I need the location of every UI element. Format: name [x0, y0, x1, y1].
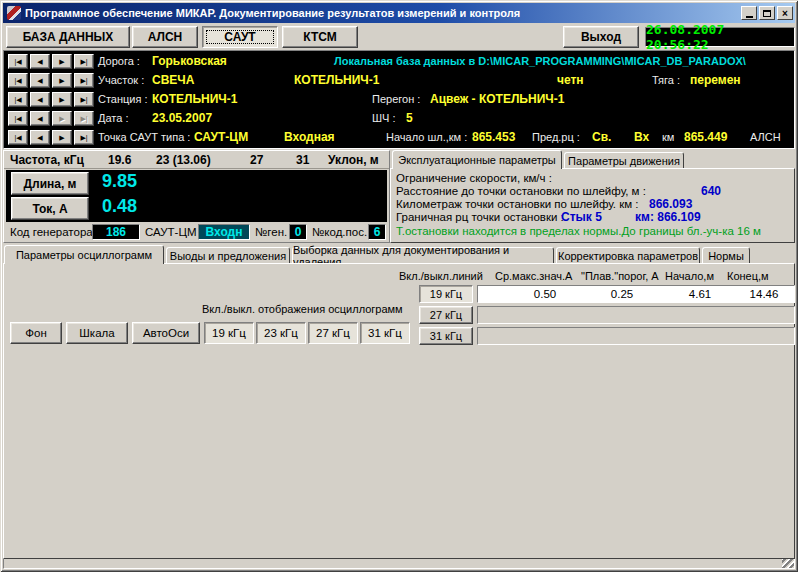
- main-window: Программное обеспечение МИКАР. Документи…: [0, 0, 798, 572]
- entry-value: Вх: [634, 130, 649, 144]
- length-button[interactable]: Длина, м: [11, 172, 89, 195]
- nav-last-button[interactable]: ▶|: [74, 130, 94, 145]
- saut-point-type-value: САУТ-ЦМ: [194, 130, 248, 144]
- db-row-saut-point: |◀◀▶▶| Точка САУТ типа : САУТ-ЦМ Входная…: [4, 129, 794, 147]
- nav-prev-button[interactable]: ◀: [30, 54, 50, 69]
- station-value: КОТЕЛЬНИЧ-1: [152, 92, 237, 106]
- date-label: Дата :: [98, 112, 128, 124]
- db-row-station: |◀◀▶▶| Станция : КОТЕЛЬНИЧ-1 Перегон : А…: [4, 91, 794, 109]
- autoaxes-button[interactable]: АвтоОси: [132, 322, 200, 344]
- boundary-rc-km: км: 866.109: [635, 210, 701, 224]
- frequency-header: Частота, кГц 19.6 23 (13.06) 27 31 Уклон…: [4, 151, 389, 169]
- nav-last-button[interactable]: ▶|: [74, 73, 94, 88]
- exit-button[interactable]: Выход: [563, 26, 639, 48]
- line-params-field: 0.500.254.6114.46: [477, 285, 795, 303]
- slope-title: Уклон, м: [328, 153, 379, 167]
- record-nav-section: |◀◀▶▶|: [8, 73, 94, 88]
- measurement-display: Длина, м 9.85 Ток, А 0.48: [6, 170, 387, 222]
- record-nav-station: |◀◀▶▶|: [8, 92, 94, 107]
- scale-button[interactable]: Шкала: [66, 322, 128, 344]
- frequency-panel: Частота, кГц 19.6 23 (13.06) 27 31 Уклон…: [3, 150, 390, 243]
- col-end-m: Конец,м: [727, 270, 769, 282]
- line-params-field: [477, 327, 795, 345]
- nav-next-button[interactable]: ▶: [52, 92, 72, 107]
- boundary-rc-label: Граничная рц точки остановки :: [396, 211, 564, 223]
- date-value: 23.05.2007: [152, 111, 212, 125]
- tab-alsn-button[interactable]: АЛСН: [132, 26, 198, 48]
- col-start-m: Начало,м: [665, 270, 714, 282]
- nav-first-button[interactable]: |◀: [8, 111, 28, 126]
- road-label: Дорога :: [98, 55, 140, 67]
- minimize-button[interactable]: [741, 6, 757, 20]
- nav-next-button: ▶: [52, 111, 72, 126]
- freq-19: 19.6: [108, 153, 131, 167]
- nav-first-button[interactable]: |◀: [8, 73, 28, 88]
- maximize-button[interactable]: [759, 6, 775, 20]
- shch-label: ШЧ :: [372, 112, 396, 124]
- toggle-23khz-button[interactable]: 23 кГц: [256, 322, 306, 344]
- close-button[interactable]: ×: [777, 6, 793, 20]
- tab-ktsm-button[interactable]: КТСМ: [282, 26, 358, 48]
- datetime-clock: 26.08.2007 20:56:22: [645, 27, 795, 47]
- nav-prev-button[interactable]: ◀: [30, 111, 50, 126]
- db-row-road: |◀◀▶▶| Дорога : Горьковская Локальная ба…: [4, 53, 794, 71]
- tab-oscillogram-params[interactable]: Параметры осциллограмм: [4, 245, 164, 264]
- stage-label: Перегон :: [372, 93, 420, 105]
- km-value: 865.449: [684, 130, 727, 144]
- nav-prev-button[interactable]: ◀: [30, 130, 50, 145]
- freq-title: Частота, кГц: [10, 153, 84, 167]
- stop-distance-label: Расстояние до точки остановки по шлейфу,…: [396, 185, 646, 197]
- toggle-19khz-button[interactable]: 19 кГц: [204, 322, 254, 344]
- nav-first-button[interactable]: |◀: [8, 130, 28, 145]
- oscillogram-page: Вкл./выкл.линий Ср.макс.знач.А "Плав."по…: [3, 263, 795, 559]
- freq-31: 31: [296, 153, 309, 167]
- tab-movement-params[interactable]: Параметры движения: [564, 152, 684, 169]
- toggle-27khz-button[interactable]: 27 кГц: [308, 322, 358, 344]
- tab-database-button[interactable]: БАЗА ДАННЫХ: [6, 26, 130, 48]
- nav-prev-button[interactable]: ◀: [30, 73, 50, 88]
- line-onoff-19кГц-button[interactable]: 19 кГц: [419, 285, 473, 303]
- line-param-value: 0.50: [510, 288, 580, 300]
- line-params-field: [477, 306, 795, 324]
- nav-last-button[interactable]: ▶|: [74, 92, 94, 107]
- stop-km-value: 866.093: [649, 197, 692, 211]
- tab-param-correction[interactable]: Корректировка параметров: [556, 247, 700, 264]
- tab-norms[interactable]: Нормы: [702, 247, 750, 264]
- tab-conclusions[interactable]: Выоды и предложения: [166, 247, 290, 264]
- loop-start-km: 865.453: [472, 130, 515, 144]
- freq-27: 27: [250, 153, 263, 167]
- tab-saut-button[interactable]: САУТ: [202, 26, 278, 48]
- nav-first-button[interactable]: |◀: [8, 54, 28, 69]
- current-button[interactable]: Ток, А: [11, 197, 89, 220]
- local-db-path: Локальная база данных в D:\MICAR_PROGRAM…: [334, 55, 746, 67]
- record-navigation-panel: |◀◀▶▶| Дорога : Горьковская Локальная ба…: [3, 50, 795, 149]
- nav-prev-button[interactable]: ◀: [30, 92, 50, 107]
- code-seq-value: 6: [368, 224, 386, 240]
- saut-type-text: САУТ-ЦМ: [145, 226, 196, 238]
- focus-rect: [203, 27, 277, 47]
- tab-data-selection[interactable]: Выборка данных для документирования и уд…: [292, 247, 554, 264]
- speed-limit-label: Ограничение скорости, км/ч :: [396, 172, 552, 184]
- current-value: 0.48: [102, 196, 137, 217]
- line-onoff-27кГц-button[interactable]: 27 кГц: [419, 306, 473, 324]
- section-station: КОТЕЛЬНИЧ-1: [294, 73, 379, 87]
- app-icon: [7, 6, 21, 20]
- nav-next-button[interactable]: ▶: [52, 54, 72, 69]
- traction-value: перемен: [690, 73, 741, 87]
- section-value: СВЕЧА: [152, 73, 194, 87]
- tab-operational-params[interactable]: Эксплуатационные параметры: [392, 150, 562, 169]
- window-title: Программное обеспечение МИКАР. Документи…: [25, 7, 739, 19]
- traction-label: Тяга :: [652, 74, 680, 86]
- generator-code-value: 186: [92, 224, 140, 240]
- shch-value: 5: [406, 111, 413, 125]
- line-param-value: 0.25: [587, 288, 657, 300]
- toggle-31khz-button[interactable]: 31 кГц: [360, 322, 410, 344]
- background-button[interactable]: Фон: [10, 322, 62, 344]
- nav-next-button[interactable]: ▶: [52, 73, 72, 88]
- line-onoff-31кГц-button[interactable]: 31 кГц: [419, 327, 473, 345]
- entry-badge: Входн: [198, 224, 250, 240]
- nav-first-button[interactable]: |◀: [8, 92, 28, 107]
- nav-last-button[interactable]: ▶|: [74, 54, 94, 69]
- nav-next-button[interactable]: ▶: [52, 130, 72, 145]
- generator-code-label: Код генератора: [10, 226, 93, 238]
